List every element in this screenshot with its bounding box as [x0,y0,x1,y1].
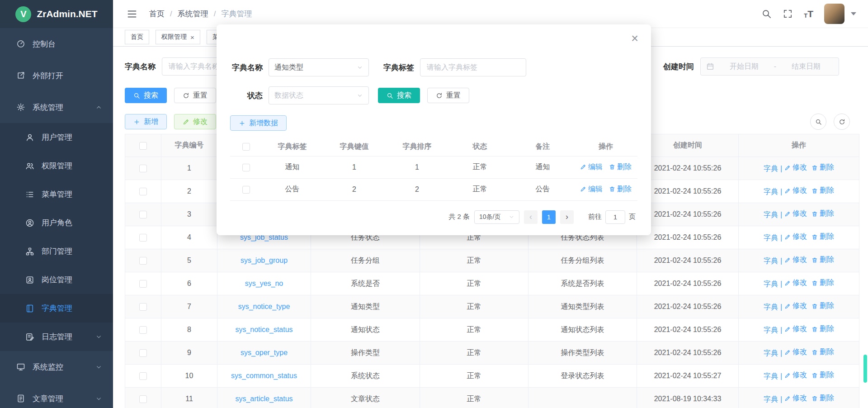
delete-link[interactable]: 删除 [609,162,632,172]
edit-link[interactable]: 修改 [784,370,807,380]
edit-link[interactable]: 修改 [784,324,807,334]
add-button[interactable]: 新增 [125,114,167,129]
breadcrumb-system[interactable]: 系统管理 [178,9,208,19]
toggle-search-button[interactable] [810,114,826,130]
edit-link[interactable]: 修改 [784,347,807,357]
dict-data-link[interactable]: 字典 [764,256,778,266]
edit-link[interactable]: 修改 [784,209,807,218]
row-checkbox[interactable] [139,326,147,334]
search-icon[interactable] [761,9,772,19]
dict-data-link[interactable]: 字典 [764,210,778,220]
edit-link[interactable]: 编辑 [580,162,603,172]
dict-code-link[interactable]: sys_common_status [231,372,297,380]
sidebar-item-posts[interactable]: 岗位管理 [0,266,113,294]
sidebar-collapse-icon[interactable] [127,9,137,19]
delete-link[interactable]: 删除 [811,186,834,195]
row-checkbox[interactable] [139,257,147,265]
edit-link[interactable]: 修改 [784,163,807,172]
tab-home[interactable]: 首页 [125,30,149,44]
sidebar-item-departments[interactable]: 部门管理 [0,237,113,266]
dialog-reset-button[interactable]: 重置 [427,88,469,103]
dict-data-link[interactable]: 字典 [764,164,778,174]
date-range-picker[interactable]: 开始日期 - 结束日期 [700,57,839,76]
dict-data-link[interactable]: 字典 [764,280,778,289]
close-icon[interactable]: × [631,33,638,45]
sidebar-item-dictionary[interactable]: 字典管理 [0,294,113,323]
sidebar-item-users[interactable]: 用户管理 [0,123,113,152]
prev-page-button[interactable]: ‹ [524,210,538,224]
close-icon[interactable]: × [190,34,194,41]
row-checkbox[interactable] [139,303,147,311]
font-size-icon[interactable]: TT [804,9,813,19]
row-checkbox[interactable] [139,280,147,288]
sidebar-item-logs[interactable]: 日志管理 [0,323,113,351]
edit-link[interactable]: 修改 [784,186,807,195]
scrollbar-thumb[interactable] [863,355,867,383]
delete-link[interactable]: 删除 [811,324,834,334]
breadcrumb-home[interactable]: 首页 [149,9,165,19]
row-checkbox[interactable] [139,234,147,242]
edit-link[interactable]: 修改 [784,301,807,311]
row-checkbox[interactable] [242,186,250,194]
sidebar-item-system[interactable]: 系统管理 [0,91,113,123]
sidebar-item-monitoring[interactable]: 系统监控 [0,351,113,383]
fullscreen-icon[interactable] [783,9,793,19]
delete-link[interactable]: 删除 [811,209,834,218]
select-all-checkbox[interactable] [139,142,147,150]
delete-link[interactable]: 删除 [811,301,834,311]
edit-link[interactable]: 修改 [784,232,807,242]
dict-code-link[interactable]: sys_yes_no [245,280,283,288]
dict-data-link[interactable]: 字典 [764,233,778,243]
edit-link[interactable]: 编辑 [580,185,603,194]
edit-link[interactable]: 修改 [784,394,807,403]
row-checkbox[interactable] [139,349,147,357]
current-page-button[interactable]: 1 [542,210,556,224]
app-logo[interactable]: V ZrAdmin.NET [0,0,113,28]
sidebar-item-permissions[interactable]: 权限管理 [0,152,113,180]
edit-link[interactable]: 修改 [784,278,807,288]
dict-code-link[interactable]: sys_notice_type [238,303,290,311]
sidebar-item-menus[interactable]: 菜单管理 [0,180,113,209]
row-checkbox[interactable] [139,395,147,403]
row-checkbox[interactable] [139,372,147,380]
add-data-button[interactable]: 新增数据 [230,115,287,131]
dict-data-link[interactable]: 字典 [764,395,778,404]
edit-button[interactable]: 修改 [174,114,216,129]
delete-link[interactable]: 删除 [811,347,834,357]
refresh-table-button[interactable] [834,114,850,130]
dict-data-link[interactable]: 字典 [764,303,778,312]
row-checkbox[interactable] [242,164,250,171]
dict-data-link[interactable]: 字典 [764,372,778,381]
sidebar-item-roles[interactable]: 用户角色 [0,209,113,237]
delete-link[interactable]: 删除 [811,163,834,172]
dict-data-link[interactable]: 字典 [764,349,778,358]
edit-link[interactable]: 修改 [784,255,807,265]
reset-button[interactable]: 重置 [174,88,216,103]
avatar[interactable] [824,4,844,24]
dict-data-link[interactable]: 字典 [764,326,778,335]
dict-label-input[interactable] [420,58,526,76]
page-jump-input[interactable] [605,210,625,224]
dict-data-link[interactable]: 字典 [764,187,778,197]
sidebar-item-external[interactable]: 外部打开 [0,60,113,91]
select-all-checkbox[interactable] [242,143,250,151]
row-checkbox[interactable] [139,165,147,172]
delete-link[interactable]: 删除 [811,370,834,380]
caret-down-icon[interactable] [851,12,856,15]
sidebar-item-console[interactable]: 控制台 [0,28,113,60]
page-size-select[interactable]: 10条/页 [474,210,519,224]
delete-link[interactable]: 删除 [811,278,834,288]
dict-code-link[interactable]: sys_article_status [235,395,292,403]
data-status-select[interactable]: 数据状态 [269,86,369,104]
delete-link[interactable]: 删除 [811,255,834,265]
dialog-search-button[interactable]: 搜索 [378,88,420,103]
dict-code-link[interactable]: sys_oper_type [241,349,288,357]
delete-link[interactable]: 删除 [811,394,834,403]
dict-type-select[interactable]: 通知类型 [269,58,369,76]
next-page-button[interactable]: › [560,210,574,224]
delete-link[interactable]: 删除 [811,232,834,242]
row-checkbox[interactable] [139,188,147,195]
row-checkbox[interactable] [139,211,147,218]
sidebar-item-articles[interactable]: 文章管理 [0,383,113,408]
delete-link[interactable]: 删除 [609,185,632,194]
